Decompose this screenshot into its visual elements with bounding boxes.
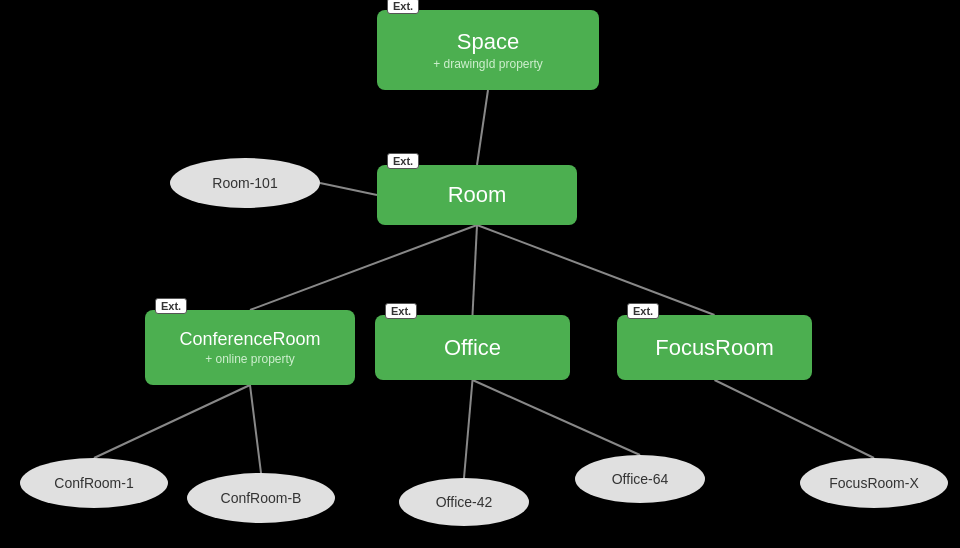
svg-line-8 xyxy=(473,380,641,455)
office-title: Office xyxy=(444,335,501,361)
room-ext-badge: Ext. xyxy=(387,153,419,169)
office64-label: Office-64 xyxy=(612,471,669,487)
space-sub: + drawingId property xyxy=(433,57,543,71)
office-node: Ext. Office xyxy=(375,315,570,380)
conference-ext-badge: Ext. xyxy=(155,298,187,314)
confroomB-ellipse: ConfRoom-B xyxy=(187,473,335,523)
svg-line-9 xyxy=(715,380,875,458)
space-ext-badge: Ext. xyxy=(387,0,419,14)
focus-title: FocusRoom xyxy=(655,335,774,361)
focus-room-node: Ext. FocusRoom xyxy=(617,315,812,380)
confroomB-label: ConfRoom-B xyxy=(221,490,302,506)
svg-line-5 xyxy=(94,385,250,458)
room-title: Room xyxy=(448,182,507,208)
conference-sub: + online property xyxy=(205,352,295,366)
space-title: Space xyxy=(457,29,519,55)
svg-line-6 xyxy=(250,385,261,473)
svg-line-0 xyxy=(477,90,488,165)
space-node: Ext. Space + drawingId property xyxy=(377,10,599,90)
conference-room-node: Ext. ConferenceRoom + online property xyxy=(145,310,355,385)
svg-line-4 xyxy=(477,225,715,315)
office42-ellipse: Office-42 xyxy=(399,478,529,526)
office-ext-badge: Ext. xyxy=(385,303,417,319)
focusroomx-ellipse: FocusRoom-X xyxy=(800,458,948,508)
office64-ellipse: Office-64 xyxy=(575,455,705,503)
office42-label: Office-42 xyxy=(436,494,493,510)
room101-ellipse: Room-101 xyxy=(170,158,320,208)
focus-ext-badge: Ext. xyxy=(627,303,659,319)
svg-line-2 xyxy=(250,225,477,310)
room-node: Ext. Room xyxy=(377,165,577,225)
svg-line-1 xyxy=(320,183,377,195)
confroom1-label: ConfRoom-1 xyxy=(54,475,133,491)
svg-line-3 xyxy=(473,225,478,315)
focusroomx-label: FocusRoom-X xyxy=(829,475,918,491)
svg-line-7 xyxy=(464,380,473,478)
confroom1-ellipse: ConfRoom-1 xyxy=(20,458,168,508)
conference-title: ConferenceRoom xyxy=(179,329,320,350)
room101-label: Room-101 xyxy=(212,175,277,191)
